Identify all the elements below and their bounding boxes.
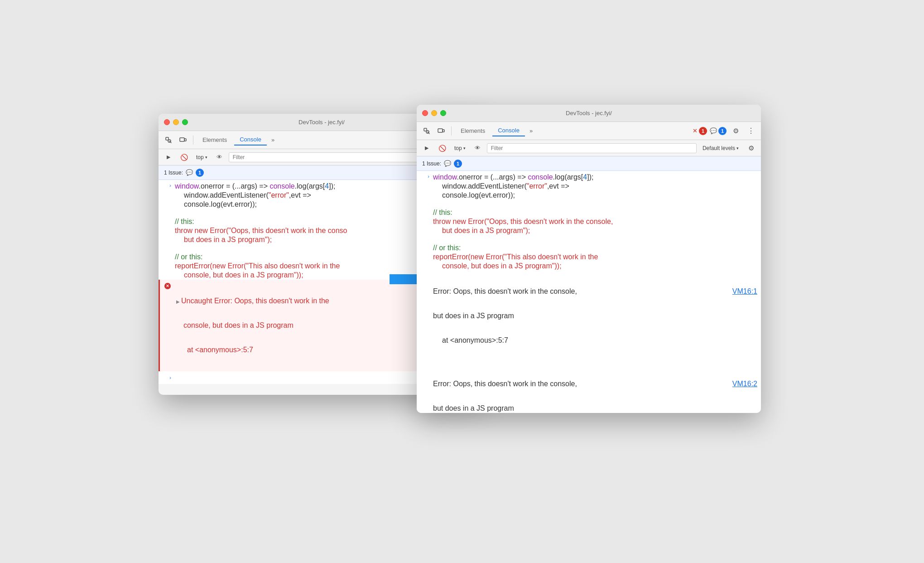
error-icon: ✕ xyxy=(164,283,171,289)
error-badge-group-front: ✕ 1 xyxy=(693,127,707,135)
console-line-f9: console, but does in a JS program")); xyxy=(417,262,761,271)
issue-icon-back: 💬 xyxy=(186,169,193,176)
svg-rect-2 xyxy=(180,138,184,141)
inspector-icon-front[interactable] xyxy=(420,125,433,137)
eye-icon[interactable]: 👁 xyxy=(213,151,226,164)
device-icon[interactable] xyxy=(177,134,189,146)
traffic-lights-back xyxy=(164,119,188,125)
issues-label-front: 1 Issue: xyxy=(422,160,441,167)
issues-label-back: 1 Issue: xyxy=(164,170,183,176)
maximize-button[interactable] xyxy=(182,119,188,125)
minimize-button[interactable] xyxy=(173,119,179,125)
toolbar-separator xyxy=(193,136,193,145)
window-title-front: DevTools - jec.fyi/ xyxy=(566,110,612,116)
error-count-badge-front: 1 xyxy=(699,127,707,135)
tab-more[interactable]: » xyxy=(269,135,277,145)
message-count-badge-front: 1 xyxy=(718,127,727,135)
vm16-2-link[interactable]: VM16:2 xyxy=(732,380,761,388)
svg-rect-0 xyxy=(166,137,168,140)
console-toolbar-front: ▶ 🚫 top ▾ 👁 Default levels ▾ ⚙ xyxy=(417,140,761,156)
svg-rect-7 xyxy=(438,129,443,132)
filter-input-front[interactable] xyxy=(487,143,697,153)
tab-more-front[interactable]: » xyxy=(527,126,535,136)
maximize-button-front[interactable] xyxy=(440,110,446,116)
top-dropdown-back[interactable]: top ▾ xyxy=(193,152,211,162)
console-line-f1: › window.onerror = (...args) => console.… xyxy=(417,173,761,182)
more-options-icon[interactable]: ⋮ xyxy=(745,125,757,137)
console-line-f5: throw new Error("Oops, this doesn't work… xyxy=(417,217,761,226)
spacer-f1 xyxy=(417,200,761,208)
issues-count-badge-front: 1 xyxy=(454,160,462,168)
levels-dropdown-front[interactable]: Default levels ▾ xyxy=(699,143,742,153)
block-icon[interactable]: 🚫 xyxy=(178,151,190,164)
issues-count-badge-back: 1 xyxy=(196,169,204,177)
traffic-lights-front xyxy=(422,110,446,116)
error-x-icon: ✕ xyxy=(693,127,698,134)
console-line-f8: reportError(new Error("This also doesn't… xyxy=(417,252,761,262)
spacer-f2 xyxy=(417,235,761,243)
chevron-icon-front: ▾ xyxy=(463,146,466,150)
play-icon[interactable]: ▶ xyxy=(162,151,175,164)
message-icon-front: 💬 xyxy=(710,127,717,134)
chevron-icon: ▾ xyxy=(205,155,207,160)
top-label-front: top xyxy=(454,145,462,151)
device-icon-front[interactable] xyxy=(435,125,448,137)
console-line-f7: // or this: xyxy=(417,243,761,252)
eye-icon-front[interactable]: 👁 xyxy=(472,142,484,155)
close-button[interactable] xyxy=(164,119,170,125)
plain-error-row-2: Error: Oops, this doesn't work in the co… xyxy=(417,363,761,413)
console-line-f6: but does in a JS program"); xyxy=(417,226,761,235)
devtools-window-front: DevTools - jec.fyi/ Elements Console » xyxy=(417,105,761,413)
svg-rect-3 xyxy=(184,139,186,141)
block-icon-front[interactable]: 🚫 xyxy=(436,142,448,155)
play-icon-front[interactable]: ▶ xyxy=(420,142,433,155)
minimize-button-front[interactable] xyxy=(431,110,437,116)
top-label-back: top xyxy=(196,154,204,160)
main-toolbar-front: Elements Console » ✕ 1 💬 1 ⚙ ⋮ xyxy=(417,122,761,140)
tab-elements-front[interactable]: Elements xyxy=(455,126,491,136)
toolbar-right-front: ✕ 1 💬 1 ⚙ ⋮ xyxy=(693,125,757,137)
issues-bar-front: 1 Issue: 💬 1 xyxy=(417,156,761,171)
tab-console[interactable]: Console xyxy=(234,134,267,146)
tab-elements[interactable]: Elements xyxy=(197,135,232,145)
levels-chevron-front: ▾ xyxy=(736,146,739,150)
console-line-f2: window.addEventListener("error",evt => xyxy=(417,182,761,191)
window-title-back: DevTools - jec.fyi/ xyxy=(298,119,345,126)
console-line-f3: console.log(evt.error)); xyxy=(417,191,761,200)
svg-rect-8 xyxy=(443,130,444,132)
filter-input-back[interactable] xyxy=(229,152,436,162)
console-body-front: › window.onerror = (...args) => console.… xyxy=(417,171,761,413)
toolbar-separator-front xyxy=(451,126,452,136)
levels-label-front: Default levels xyxy=(703,145,735,151)
console-line-f4: // this: xyxy=(417,208,761,217)
settings-icon-front[interactable]: ⚙ xyxy=(729,125,742,137)
message-badge-group-front: 💬 1 xyxy=(710,127,727,135)
tab-console-front[interactable]: Console xyxy=(492,125,525,136)
vm16-1-link[interactable]: VM16:1 xyxy=(732,287,761,296)
close-button-front[interactable] xyxy=(422,110,428,116)
inspector-icon[interactable] xyxy=(162,134,175,146)
title-bar-front: DevTools - jec.fyi/ xyxy=(417,105,761,122)
plain-error-row-1: Error: Oops, this doesn't work in the co… xyxy=(417,271,761,361)
issue-icon-front: 💬 xyxy=(444,160,451,167)
console-settings-icon[interactable]: ⚙ xyxy=(745,142,757,155)
top-dropdown-front[interactable]: top ▾ xyxy=(451,143,469,153)
svg-rect-5 xyxy=(424,128,427,131)
